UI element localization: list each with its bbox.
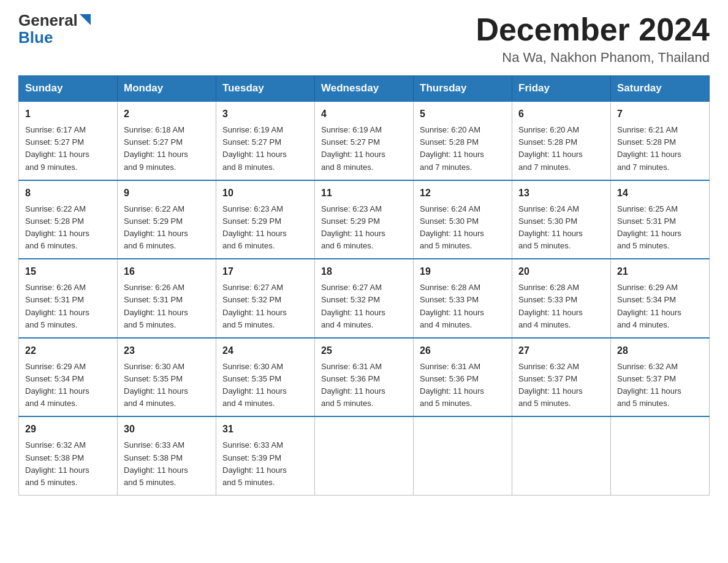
- calendar-cell: 16 Sunrise: 6:26 AM Sunset: 5:31 PM Dayl…: [118, 259, 216, 338]
- day-number: 20: [518, 264, 604, 279]
- day-number: 26: [420, 343, 506, 358]
- day-number: 18: [321, 264, 407, 279]
- calendar-cell: 1 Sunrise: 6:17 AM Sunset: 5:27 PM Dayli…: [19, 101, 118, 180]
- svg-marker-0: [80, 14, 91, 25]
- day-info: Sunrise: 6:20 AM Sunset: 5:28 PM Dayligh…: [518, 125, 583, 171]
- calendar-cell: 30 Sunrise: 6:33 AM Sunset: 5:38 PM Dayl…: [118, 416, 216, 495]
- calendar-cell: 29 Sunrise: 6:32 AM Sunset: 5:38 PM Dayl…: [19, 416, 118, 495]
- day-info: Sunrise: 6:19 AM Sunset: 5:27 PM Dayligh…: [321, 125, 385, 171]
- day-number: 13: [518, 186, 604, 201]
- day-info: Sunrise: 6:19 AM Sunset: 5:27 PM Dayligh…: [222, 125, 287, 171]
- calendar-cell: 2 Sunrise: 6:18 AM Sunset: 5:27 PM Dayli…: [118, 101, 216, 180]
- calendar-cell: 28 Sunrise: 6:32 AM Sunset: 5:37 PM Dayl…: [611, 338, 710, 417]
- day-info: Sunrise: 6:23 AM Sunset: 5:29 PM Dayligh…: [321, 204, 385, 250]
- day-number: 1: [25, 107, 111, 121]
- calendar-cell: 27 Sunrise: 6:32 AM Sunset: 5:37 PM Dayl…: [512, 338, 611, 417]
- day-number: 28: [617, 343, 703, 358]
- day-number: 2: [124, 107, 210, 121]
- logo-text-general: General: [18, 12, 78, 28]
- calendar-cell: 12 Sunrise: 6:24 AM Sunset: 5:30 PM Dayl…: [414, 180, 512, 259]
- calendar-cell: 18 Sunrise: 6:27 AM Sunset: 5:32 PM Dayl…: [315, 259, 414, 338]
- day-number: 16: [124, 264, 210, 279]
- header-friday: Friday: [512, 76, 611, 102]
- calendar-cell: 15 Sunrise: 6:26 AM Sunset: 5:31 PM Dayl…: [19, 259, 118, 338]
- header-thursday: Thursday: [414, 76, 512, 102]
- calendar-cell: 17 Sunrise: 6:27 AM Sunset: 5:32 PM Dayl…: [216, 259, 315, 338]
- day-number: 17: [222, 264, 308, 279]
- calendar-cell: 23 Sunrise: 6:30 AM Sunset: 5:35 PM Dayl…: [118, 338, 216, 417]
- day-number: 30: [124, 422, 210, 437]
- day-info: Sunrise: 6:32 AM Sunset: 5:37 PM Dayligh…: [518, 362, 583, 408]
- month-title: December 2024: [476, 12, 710, 47]
- day-info: Sunrise: 6:24 AM Sunset: 5:30 PM Dayligh…: [518, 204, 583, 250]
- day-info: Sunrise: 6:30 AM Sunset: 5:35 PM Dayligh…: [222, 362, 287, 408]
- day-number: 15: [25, 264, 111, 279]
- header-tuesday: Tuesday: [216, 76, 315, 102]
- day-info: Sunrise: 6:28 AM Sunset: 5:33 PM Dayligh…: [420, 283, 484, 329]
- day-number: 23: [124, 343, 210, 358]
- day-number: 27: [518, 343, 604, 358]
- day-info: Sunrise: 6:23 AM Sunset: 5:29 PM Dayligh…: [222, 204, 287, 250]
- day-info: Sunrise: 6:29 AM Sunset: 5:34 PM Dayligh…: [25, 362, 89, 408]
- day-info: Sunrise: 6:22 AM Sunset: 5:28 PM Dayligh…: [25, 204, 89, 250]
- day-info: Sunrise: 6:32 AM Sunset: 5:37 PM Dayligh…: [617, 362, 681, 408]
- calendar-week-row: 22 Sunrise: 6:29 AM Sunset: 5:34 PM Dayl…: [19, 338, 710, 417]
- day-info: Sunrise: 6:21 AM Sunset: 5:28 PM Dayligh…: [617, 125, 681, 171]
- calendar-week-row: 1 Sunrise: 6:17 AM Sunset: 5:27 PM Dayli…: [19, 101, 710, 180]
- day-info: Sunrise: 6:27 AM Sunset: 5:32 PM Dayligh…: [222, 283, 287, 329]
- day-info: Sunrise: 6:26 AM Sunset: 5:31 PM Dayligh…: [25, 283, 89, 329]
- day-number: 7: [617, 107, 703, 121]
- calendar-cell: 8 Sunrise: 6:22 AM Sunset: 5:28 PM Dayli…: [19, 180, 118, 259]
- calendar-week-row: 29 Sunrise: 6:32 AM Sunset: 5:38 PM Dayl…: [19, 416, 710, 495]
- day-info: Sunrise: 6:28 AM Sunset: 5:33 PM Dayligh…: [518, 283, 583, 329]
- calendar-cell: 7 Sunrise: 6:21 AM Sunset: 5:28 PM Dayli…: [611, 101, 710, 180]
- header-saturday: Saturday: [611, 76, 710, 102]
- day-number: 6: [518, 107, 604, 121]
- calendar-cell: 19 Sunrise: 6:28 AM Sunset: 5:33 PM Dayl…: [414, 259, 512, 338]
- day-info: Sunrise: 6:24 AM Sunset: 5:30 PM Dayligh…: [420, 204, 484, 250]
- location-subtitle: Na Wa, Nakhon Phanom, Thailand: [476, 50, 710, 66]
- day-number: 31: [222, 422, 308, 437]
- calendar-cell: 6 Sunrise: 6:20 AM Sunset: 5:28 PM Dayli…: [512, 101, 611, 180]
- calendar-cell: 11 Sunrise: 6:23 AM Sunset: 5:29 PM Dayl…: [315, 180, 414, 259]
- calendar-cell: 31 Sunrise: 6:33 AM Sunset: 5:39 PM Dayl…: [216, 416, 315, 495]
- day-number: 21: [617, 264, 703, 279]
- calendar-cell: 9 Sunrise: 6:22 AM Sunset: 5:29 PM Dayli…: [118, 180, 216, 259]
- logo: General Blue: [18, 12, 91, 45]
- day-info: Sunrise: 6:29 AM Sunset: 5:34 PM Dayligh…: [617, 283, 681, 329]
- header-sunday: Sunday: [19, 76, 118, 102]
- day-info: Sunrise: 6:17 AM Sunset: 5:27 PM Dayligh…: [25, 125, 89, 171]
- calendar-table: SundayMondayTuesdayWednesdayThursdayFrid…: [18, 75, 710, 496]
- title-section: December 2024 Na Wa, Nakhon Phanom, Thai…: [476, 12, 710, 66]
- day-number: 4: [321, 107, 407, 121]
- day-number: 9: [124, 186, 210, 201]
- page-header: General Blue December 2024 Na Wa, Nakhon…: [18, 12, 710, 66]
- logo-triangle-icon: [80, 14, 91, 25]
- calendar-cell: 25 Sunrise: 6:31 AM Sunset: 5:36 PM Dayl…: [315, 338, 414, 417]
- calendar-cell: 10 Sunrise: 6:23 AM Sunset: 5:29 PM Dayl…: [216, 180, 315, 259]
- day-number: 19: [420, 264, 506, 279]
- day-info: Sunrise: 6:18 AM Sunset: 5:27 PM Dayligh…: [124, 125, 188, 171]
- header-monday: Monday: [118, 76, 216, 102]
- day-info: Sunrise: 6:26 AM Sunset: 5:31 PM Dayligh…: [124, 283, 188, 329]
- day-number: 12: [420, 186, 506, 201]
- day-info: Sunrise: 6:20 AM Sunset: 5:28 PM Dayligh…: [420, 125, 484, 171]
- calendar-cell: 21 Sunrise: 6:29 AM Sunset: 5:34 PM Dayl…: [611, 259, 710, 338]
- calendar-week-row: 15 Sunrise: 6:26 AM Sunset: 5:31 PM Dayl…: [19, 259, 710, 338]
- day-number: 8: [25, 186, 111, 201]
- day-number: 3: [222, 107, 308, 121]
- day-info: Sunrise: 6:33 AM Sunset: 5:39 PM Dayligh…: [222, 440, 287, 486]
- calendar-cell: 4 Sunrise: 6:19 AM Sunset: 5:27 PM Dayli…: [315, 101, 414, 180]
- day-info: Sunrise: 6:30 AM Sunset: 5:35 PM Dayligh…: [124, 362, 188, 408]
- day-info: Sunrise: 6:22 AM Sunset: 5:29 PM Dayligh…: [124, 204, 188, 250]
- calendar-week-row: 8 Sunrise: 6:22 AM Sunset: 5:28 PM Dayli…: [19, 180, 710, 259]
- day-number: 10: [222, 186, 308, 201]
- calendar-cell: 20 Sunrise: 6:28 AM Sunset: 5:33 PM Dayl…: [512, 259, 611, 338]
- day-number: 22: [25, 343, 111, 358]
- calendar-cell: 5 Sunrise: 6:20 AM Sunset: 5:28 PM Dayli…: [414, 101, 512, 180]
- calendar-cell: 14 Sunrise: 6:25 AM Sunset: 5:31 PM Dayl…: [611, 180, 710, 259]
- day-number: 14: [617, 186, 703, 201]
- header-wednesday: Wednesday: [315, 76, 414, 102]
- day-info: Sunrise: 6:31 AM Sunset: 5:36 PM Dayligh…: [321, 362, 385, 408]
- day-number: 11: [321, 186, 407, 201]
